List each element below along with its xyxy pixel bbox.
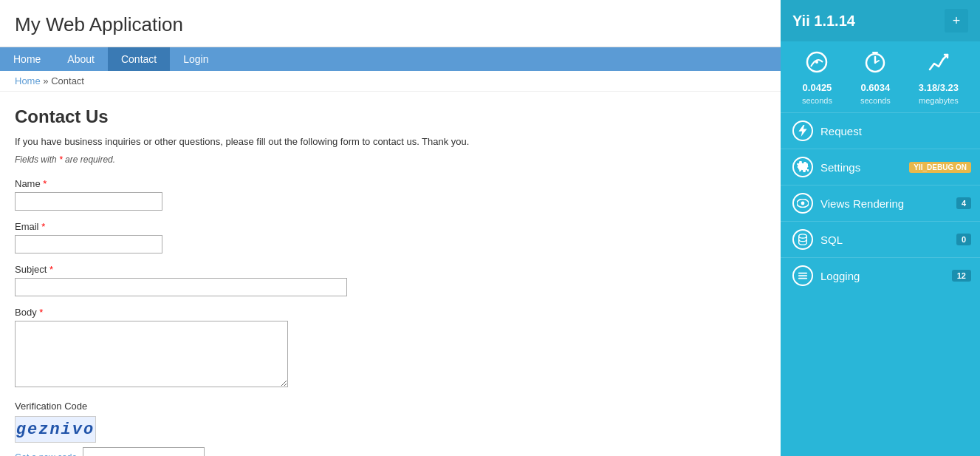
- gear-icon: [792, 157, 813, 177]
- debug-menu-views[interactable]: Views Rendering 4: [781, 185, 980, 221]
- metric-memory: 3.18/3.23 megabytes: [919, 50, 959, 105]
- nav-bar: Home About Contact Login: [0, 47, 781, 71]
- nav-about[interactable]: About: [54, 47, 108, 71]
- debug-menu-settings-label: Settings: [820, 161, 860, 174]
- database-icon: [792, 229, 813, 250]
- speedometer-icon: [805, 50, 829, 79]
- name-field-group: Name *: [15, 178, 766, 211]
- subject-required-marker: *: [49, 264, 53, 275]
- metric-speed: 0.0425 seconds: [802, 50, 832, 105]
- required-asterisk: *: [59, 154, 63, 165]
- debug-menu-logging-label: Logging: [820, 270, 860, 282]
- eye-icon: [792, 193, 813, 214]
- captcha-row: geznivo: [15, 416, 766, 443]
- email-label: Email *: [15, 221, 766, 232]
- svg-point-1: [815, 61, 818, 64]
- debug-menu-logging[interactable]: Logging 12: [781, 257, 980, 293]
- metric-timer: 0.6034 seconds: [860, 50, 891, 105]
- bolt-icon: [792, 120, 813, 141]
- chart-icon: [927, 50, 950, 79]
- body-field-group: Body *: [15, 307, 766, 390]
- debug-menu-views-label: Views Rendering: [820, 197, 904, 210]
- name-required-marker: *: [43, 178, 47, 189]
- svg-point-8: [801, 202, 805, 205]
- debug-panel: Yii 1.1.14 + 0.0425 seconds: [781, 0, 980, 456]
- required-note: Fields with * are required.: [15, 154, 766, 165]
- debug-menu-sql-label: SQL: [820, 234, 843, 246]
- debug-badge-logging: 12: [952, 270, 971, 282]
- captcha-input[interactable]: [83, 447, 205, 456]
- debug-expand-button[interactable]: +: [945, 9, 968, 33]
- metric-timer-label: seconds: [860, 96, 891, 105]
- captcha-text: geznivo: [16, 421, 95, 439]
- verification-section: Verification Code geznivo Get a new code…: [15, 401, 766, 456]
- email-required-marker: *: [41, 221, 45, 232]
- body-required-marker: *: [39, 307, 43, 318]
- nav-login[interactable]: Login: [170, 47, 222, 71]
- debug-menu: Request Settings YII_DEBUG ON Views Rend…: [781, 112, 980, 293]
- app-title: My Web Application: [15, 13, 183, 35]
- debug-badge-sql: 0: [956, 234, 971, 245]
- breadcrumb-separator: »: [43, 75, 48, 86]
- verification-label: Verification Code: [15, 401, 766, 412]
- metric-speed-value: 0.0425: [803, 82, 832, 93]
- debug-menu-sql[interactable]: SQL 0: [781, 221, 980, 257]
- nav-contact[interactable]: Contact: [108, 47, 170, 71]
- timer-icon: [863, 50, 887, 79]
- body-label: Body *: [15, 307, 766, 318]
- name-label: Name *: [15, 178, 766, 189]
- debug-menu-request[interactable]: Request: [781, 112, 980, 149]
- content-area: Contact Us If you have business inquirie…: [0, 92, 781, 456]
- debug-title: Yii 1.1.14: [792, 13, 855, 30]
- email-input[interactable]: [15, 235, 162, 253]
- debug-badge-views: 4: [956, 197, 971, 209]
- subject-input[interactable]: [15, 278, 347, 296]
- svg-point-9: [799, 234, 807, 238]
- intro-text: If you have business inquiries or other …: [15, 136, 766, 147]
- metric-timer-value: 0.6034: [861, 82, 891, 93]
- breadcrumb: Home » Contact: [0, 71, 781, 92]
- subject-field-group: Subject *: [15, 264, 766, 296]
- debug-header: Yii 1.1.14 +: [781, 0, 980, 41]
- metric-memory-label: megabytes: [919, 96, 959, 105]
- debug-status-badge-yii: YII_DEBUG ON: [909, 162, 971, 173]
- email-field-group: Email *: [15, 221, 766, 253]
- metric-memory-value: 3.18/3.23: [919, 82, 959, 93]
- app-header: My Web Application: [0, 0, 781, 47]
- page-heading: Contact Us: [15, 106, 766, 127]
- body-textarea[interactable]: [15, 321, 288, 387]
- get-new-code-link[interactable]: Get a new code: [15, 452, 77, 456]
- debug-menu-request-label: Request: [820, 125, 862, 137]
- debug-menu-settings[interactable]: Settings YII_DEBUG ON: [781, 149, 980, 185]
- breadcrumb-current: Contact: [51, 75, 84, 86]
- list-icon: [792, 265, 813, 286]
- name-input[interactable]: [15, 192, 162, 211]
- breadcrumb-home-link[interactable]: Home: [15, 75, 41, 86]
- debug-metrics: 0.0425 seconds 0.6034 seconds: [781, 41, 980, 109]
- subject-label: Subject *: [15, 264, 766, 275]
- metric-speed-label: seconds: [802, 96, 832, 105]
- main-area: My Web Application Home About Contact Lo…: [0, 0, 781, 456]
- captcha-image: geznivo: [15, 416, 96, 443]
- nav-home[interactable]: Home: [0, 47, 54, 71]
